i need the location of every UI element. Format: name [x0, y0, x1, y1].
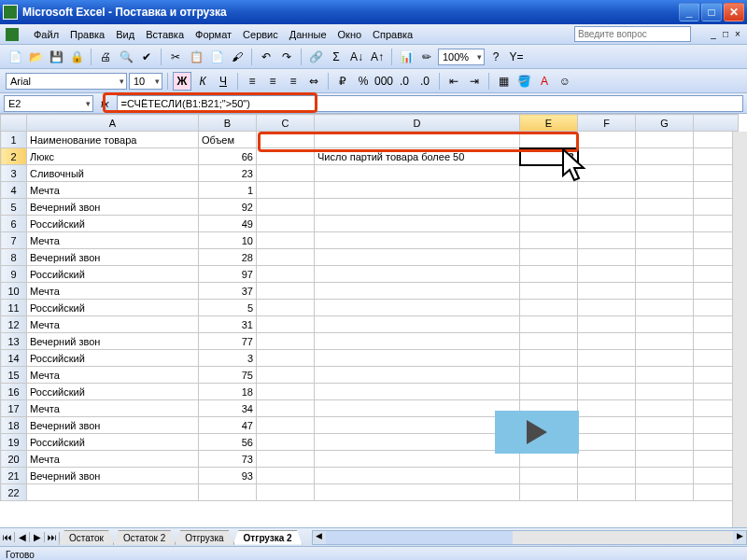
cell[interactable]: [199, 484, 257, 501]
save-icon[interactable]: 💾: [47, 48, 65, 66]
cell[interactable]: Число партий товара более 50: [315, 148, 520, 165]
preview-icon[interactable]: 🔍: [117, 48, 135, 66]
align-left-icon[interactable]: ≡: [243, 72, 261, 91]
cell[interactable]: [636, 283, 694, 300]
cell[interactable]: [578, 451, 636, 468]
row-header[interactable]: 14: [1, 350, 27, 367]
play-shape[interactable]: [495, 411, 579, 454]
cell[interactable]: [520, 199, 578, 216]
table-row[interactable]: 6Российский49: [1, 216, 739, 232]
cell[interactable]: [315, 468, 520, 484]
table-row[interactable]: 13Вечерний звон77: [1, 333, 739, 350]
cell[interactable]: [520, 484, 578, 501]
cell[interactable]: [636, 333, 694, 350]
vertical-scrollbar[interactable]: [732, 132, 747, 527]
cell[interactable]: Российский: [27, 266, 199, 283]
borders-icon[interactable]: ▦: [494, 72, 513, 91]
cell[interactable]: [578, 148, 636, 165]
cell[interactable]: [257, 434, 315, 451]
col-header-e[interactable]: E: [520, 115, 578, 132]
cell[interactable]: [315, 266, 520, 283]
cell[interactable]: [636, 384, 694, 400]
tab-nav-first-icon[interactable]: ⏮: [0, 532, 15, 542]
row-header[interactable]: 3: [1, 165, 27, 182]
cell[interactable]: [257, 148, 315, 165]
cell[interactable]: [315, 300, 520, 316]
menu-data[interactable]: Данные: [289, 29, 327, 40]
cell[interactable]: 3: [199, 350, 257, 367]
cell[interactable]: [636, 216, 694, 232]
cell[interactable]: [636, 165, 694, 182]
sort-asc-icon[interactable]: A↓: [347, 48, 366, 66]
fx-icon[interactable]: fx: [97, 98, 113, 109]
cell[interactable]: Мечта: [27, 232, 199, 249]
cell[interactable]: 1: [199, 182, 257, 199]
cell[interactable]: Российский: [27, 216, 199, 232]
cell[interactable]: [636, 417, 694, 434]
currency-icon[interactable]: ₽: [333, 72, 352, 91]
cell[interactable]: 5: [199, 300, 257, 316]
cell[interactable]: [578, 417, 636, 434]
undo-icon[interactable]: ↶: [257, 48, 275, 66]
cell[interactable]: 49: [199, 216, 257, 232]
sheet-tab[interactable]: Остаток 2: [113, 530, 176, 545]
sheet-tab[interactable]: Остаток: [59, 530, 114, 545]
paste-icon[interactable]: 📄: [207, 48, 226, 66]
cell[interactable]: [257, 451, 315, 468]
table-row[interactable]: 9Российский97: [1, 266, 739, 283]
cell[interactable]: [315, 434, 520, 451]
cell[interactable]: [578, 249, 636, 266]
cell[interactable]: [315, 232, 520, 249]
cell[interactable]: [636, 300, 694, 316]
menu-edit[interactable]: Правка: [70, 29, 105, 40]
cell[interactable]: [257, 400, 315, 417]
cell[interactable]: [578, 434, 636, 451]
cell[interactable]: 92: [199, 199, 257, 216]
tab-nav-prev-icon[interactable]: ◀: [15, 532, 30, 542]
row-header[interactable]: 6: [1, 216, 27, 232]
cell[interactable]: [520, 333, 578, 350]
table-row[interactable]: 10Мечта37: [1, 283, 739, 300]
cell[interactable]: [257, 300, 315, 316]
cell[interactable]: 37: [199, 283, 257, 300]
cell[interactable]: [315, 484, 520, 501]
cell[interactable]: [315, 199, 520, 216]
cell[interactable]: [315, 417, 520, 434]
cell[interactable]: Мечта: [27, 283, 199, 300]
table-row[interactable]: 11Российский5: [1, 300, 739, 316]
cell[interactable]: [315, 316, 520, 333]
decrease-decimal-icon[interactable]: .0: [416, 72, 434, 91]
cell[interactable]: [578, 199, 636, 216]
cell[interactable]: [636, 400, 694, 417]
table-row[interactable]: 1Наименование товараОбъем: [1, 132, 739, 148]
row-header[interactable]: 5: [1, 199, 27, 216]
cell[interactable]: Объем: [199, 132, 257, 148]
cell[interactable]: Вечерний звон: [27, 468, 199, 484]
spellcheck-icon[interactable]: ✔: [137, 48, 156, 66]
cell[interactable]: 31: [199, 316, 257, 333]
cell[interactable]: [257, 199, 315, 216]
row-header[interactable]: 18: [1, 417, 27, 434]
spreadsheet-grid[interactable]: A B C D E F G 1Наименование товараОбъем2…: [0, 114, 747, 527]
cell[interactable]: [520, 300, 578, 316]
cell[interactable]: [315, 132, 520, 148]
cell[interactable]: [636, 232, 694, 249]
row-header[interactable]: 20: [1, 451, 27, 468]
cell[interactable]: [636, 367, 694, 384]
menu-tools[interactable]: Сервис: [243, 29, 278, 40]
sort-desc-icon[interactable]: A↑: [368, 48, 387, 66]
mdi-minimize-button[interactable]: _: [708, 29, 719, 40]
cell[interactable]: [636, 484, 694, 501]
cell[interactable]: [578, 384, 636, 400]
cell[interactable]: [257, 417, 315, 434]
menu-file[interactable]: Файл: [34, 29, 59, 40]
cell[interactable]: [520, 182, 578, 199]
row-header[interactable]: 12: [1, 316, 27, 333]
cell[interactable]: [520, 266, 578, 283]
cell[interactable]: 18: [199, 384, 257, 400]
cell[interactable]: Наименование товара: [27, 132, 199, 148]
row-header[interactable]: 15: [1, 367, 27, 384]
cut-icon[interactable]: ✂: [166, 48, 185, 66]
cell[interactable]: [636, 132, 694, 148]
cell[interactable]: [257, 182, 315, 199]
